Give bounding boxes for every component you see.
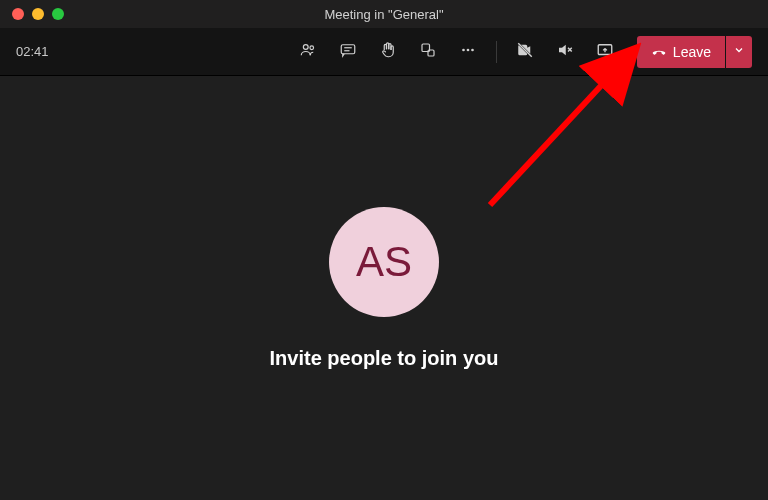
meeting-timer: 02:41 [16, 44, 49, 59]
meeting-stage: AS Invite people to join you [0, 76, 768, 500]
chat-button[interactable] [332, 36, 364, 68]
more-actions-button[interactable] [452, 36, 484, 68]
maximize-window-icon[interactable] [52, 8, 64, 20]
invite-prompt: Invite people to join you [270, 347, 499, 370]
titlebar: Meeting in "General" [0, 0, 768, 28]
chat-icon [339, 41, 357, 63]
camera-toggle-button[interactable] [509, 36, 541, 68]
hangup-icon [651, 42, 667, 61]
window-title: Meeting in "General" [324, 7, 443, 22]
breakout-rooms-icon [419, 41, 437, 63]
close-window-icon[interactable] [12, 8, 24, 20]
svg-point-8 [466, 48, 469, 51]
svg-rect-2 [341, 44, 355, 53]
meeting-toolbar: 02:41 [0, 28, 768, 76]
participant-avatar: AS [329, 207, 439, 317]
window-controls [0, 8, 64, 20]
people-icon [299, 41, 317, 63]
camera-off-icon [516, 41, 534, 63]
minimize-window-icon[interactable] [32, 8, 44, 20]
leave-button[interactable]: Leave [637, 36, 725, 68]
rooms-button[interactable] [412, 36, 444, 68]
mic-toggle-button[interactable] [549, 36, 581, 68]
raise-hand-button[interactable] [372, 36, 404, 68]
svg-point-1 [310, 45, 314, 49]
leave-label: Leave [673, 44, 711, 60]
speaker-muted-icon [556, 41, 574, 63]
share-screen-icon [596, 41, 614, 63]
hand-icon [379, 41, 397, 63]
ellipsis-icon [459, 41, 477, 63]
chevron-down-icon [733, 44, 745, 59]
toolbar-divider [496, 41, 497, 63]
svg-point-9 [471, 48, 474, 51]
svg-point-0 [303, 44, 308, 49]
participants-button[interactable] [292, 36, 324, 68]
svg-point-7 [462, 48, 465, 51]
avatar-initials: AS [356, 238, 412, 286]
leave-options-button[interactable] [726, 36, 752, 68]
leave-button-group: Leave [637, 36, 752, 68]
share-screen-button[interactable] [589, 36, 621, 68]
